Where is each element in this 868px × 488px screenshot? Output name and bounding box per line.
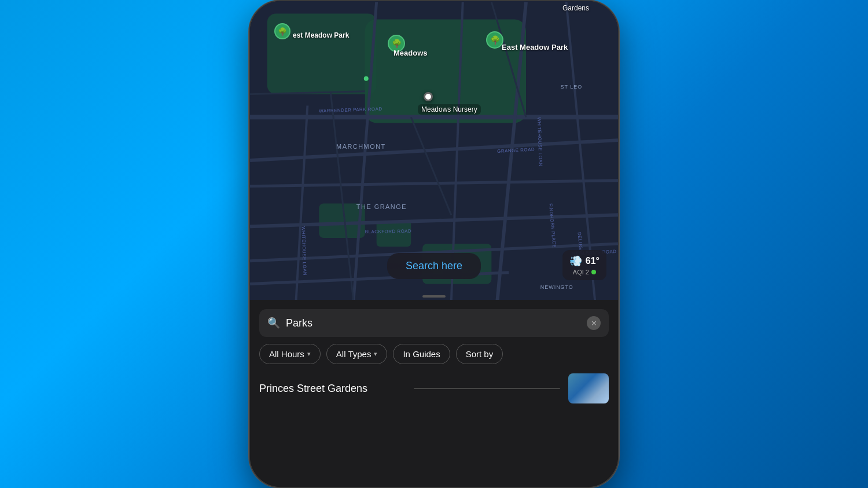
results-area: Princes Street Gardens xyxy=(250,373,618,403)
svg-text:WHITEHOUSE LOAN: WHITEHOUSE LOAN xyxy=(536,117,543,166)
aqi-dot xyxy=(591,270,596,274)
phone-wrapper: WARRENDER PARK ROAD GRANGE ROAD BLACKFOR… xyxy=(249,0,619,488)
svg-text:BLACKFORD ROAD: BLACKFORD ROAD xyxy=(365,229,412,234)
svg-point-32 xyxy=(364,76,369,81)
search-query: Parks xyxy=(286,317,581,329)
svg-text:THE GRANGE: THE GRANGE xyxy=(356,203,407,210)
svg-text:FINDHORN PLACE: FINDHORN PLACE xyxy=(548,203,557,248)
weather-widget[interactable]: 💨 61° AQI 2 xyxy=(562,250,606,280)
search-here-button[interactable]: Search here xyxy=(387,253,481,279)
result-divider-line xyxy=(414,388,560,389)
east-meadow-park-label: East Meadow Park xyxy=(502,43,568,52)
park-pin-west-meadow[interactable]: 🌳 xyxy=(274,23,290,39)
map-area: WARRENDER PARK ROAD GRANGE ROAD BLACKFOR… xyxy=(250,1,618,302)
search-clear-button[interactable]: ✕ xyxy=(587,316,601,330)
drag-handle[interactable] xyxy=(422,295,446,298)
current-location-dot xyxy=(424,92,433,101)
filter-all-hours[interactable]: All Hours ▾ xyxy=(259,344,321,364)
wind-icon: 💨 xyxy=(569,255,582,267)
svg-line-7 xyxy=(250,215,618,226)
svg-line-16 xyxy=(330,91,354,302)
gardens-label: Gardens xyxy=(562,4,589,12)
meadows-label: Meadows xyxy=(393,49,428,57)
bottom-sheet: 🔍 Parks ✕ All Hours ▾ All Types ▾ In Gui… xyxy=(250,300,618,487)
svg-line-13 xyxy=(250,181,618,186)
weather-aqi: AQI 2 xyxy=(573,269,596,276)
search-bar[interactable]: 🔍 Parks ✕ xyxy=(259,309,609,337)
phone-frame: WARRENDER PARK ROAD GRANGE ROAD BLACKFOR… xyxy=(249,0,619,488)
meadows-nursery-label: Meadows Nursery xyxy=(418,104,481,115)
filter-in-guides[interactable]: In Guides xyxy=(393,344,450,364)
svg-text:MARCHMONT: MARCHMONT xyxy=(336,143,386,150)
search-icon: 🔍 xyxy=(267,317,280,329)
svg-text:WHITEHOUSE LOAN: WHITEHOUSE LOAN xyxy=(300,226,307,276)
filter-all-types[interactable]: All Types ▾ xyxy=(326,344,388,364)
svg-line-18 xyxy=(411,117,451,215)
result-title[interactable]: Princes Street Gardens xyxy=(259,383,406,395)
filter-sort-by[interactable]: Sort by xyxy=(456,344,503,364)
thumbnail-image xyxy=(568,373,609,403)
filter-row: All Hours ▾ All Types ▾ In Guides Sort b… xyxy=(250,344,618,364)
west-meadow-label: est Meadow Park xyxy=(293,31,349,39)
svg-text:NEWINGTO: NEWINGTO xyxy=(540,284,573,290)
chevron-down-icon: ▾ xyxy=(307,350,311,358)
svg-text:ST LEO: ST LEO xyxy=(561,84,583,90)
chevron-down-icon: ▾ xyxy=(374,350,377,358)
park-pin-east-meadow[interactable]: 🌳 xyxy=(486,31,503,49)
result-thumbnail[interactable] xyxy=(568,373,609,403)
weather-temp: 💨 61° xyxy=(569,255,599,267)
